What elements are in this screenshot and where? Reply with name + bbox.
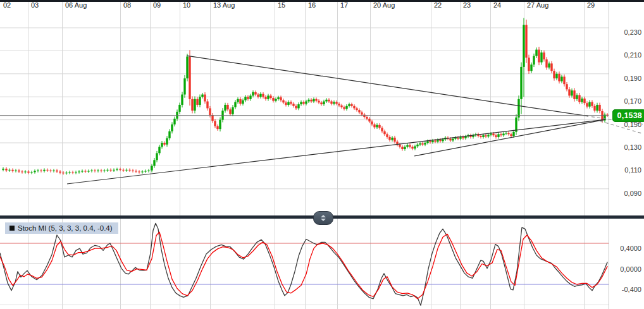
svg-text:29: 29 xyxy=(587,1,595,9)
svg-text:06 Aug: 06 Aug xyxy=(65,1,87,9)
svg-text:08: 08 xyxy=(123,1,131,9)
svg-text:17: 17 xyxy=(340,1,348,9)
window-top-strip xyxy=(0,0,644,2)
svg-text:0,210: 0,210 xyxy=(624,51,641,59)
chart-canvas[interactable]: 020306 Aug08091013 Aug15161720 Aug222324… xyxy=(0,0,644,309)
svg-text:0,230: 0,230 xyxy=(624,28,641,36)
splitter-up-arrow-icon xyxy=(321,215,326,217)
indicator-axis-labels: 0,40000,0000-0,400 xyxy=(620,245,641,293)
trading-chart-window: 020306 Aug08091013 Aug15161720 Aug222324… xyxy=(0,0,644,309)
svg-text:27 Aug: 27 Aug xyxy=(527,1,548,9)
svg-text:24: 24 xyxy=(493,1,501,9)
splitter-handle-button[interactable] xyxy=(313,211,333,225)
indicator-series xyxy=(0,223,607,305)
svg-text:10: 10 xyxy=(183,1,190,9)
svg-text:13 Aug: 13 Aug xyxy=(213,1,235,9)
grid-horizontal-lines xyxy=(0,28,609,189)
svg-text:16: 16 xyxy=(308,1,316,9)
svg-text:02: 02 xyxy=(3,1,11,9)
svg-text:0,130: 0,130 xyxy=(624,143,641,151)
grid-vertical-lines xyxy=(28,2,609,309)
svg-text:03: 03 xyxy=(31,1,39,9)
indicator-legend[interactable]: Stoch MI (5, 3, 3, 3, 0.4, -0.4) xyxy=(5,222,118,234)
svg-text:0,110: 0,110 xyxy=(624,166,641,174)
svg-text:22: 22 xyxy=(434,1,442,9)
last-price-badge: 0,1538 xyxy=(612,109,644,122)
svg-text:20 Aug: 20 Aug xyxy=(373,1,395,9)
svg-text:15: 15 xyxy=(278,1,285,9)
chart-area[interactable]: 020306 Aug08091013 Aug15161720 Aug222324… xyxy=(0,0,644,309)
indicator-legend-label: Stoch MI (5, 3, 3, 3, 0.4, -0.4) xyxy=(18,224,113,232)
date-axis-labels: 020306 Aug08091013 Aug15161720 Aug222324… xyxy=(3,1,595,9)
svg-text:-0,400: -0,400 xyxy=(622,286,641,293)
svg-text:23: 23 xyxy=(463,1,471,9)
svg-text:0,090: 0,090 xyxy=(624,190,641,197)
svg-text:0,190: 0,190 xyxy=(624,75,641,82)
svg-text:0,0000: 0,0000 xyxy=(620,265,641,273)
svg-text:0,170: 0,170 xyxy=(624,97,641,105)
splitter-down-arrow-icon xyxy=(321,219,326,221)
svg-text:0,4000: 0,4000 xyxy=(620,245,641,252)
svg-text:09: 09 xyxy=(153,1,161,9)
black-square-icon xyxy=(9,226,15,231)
